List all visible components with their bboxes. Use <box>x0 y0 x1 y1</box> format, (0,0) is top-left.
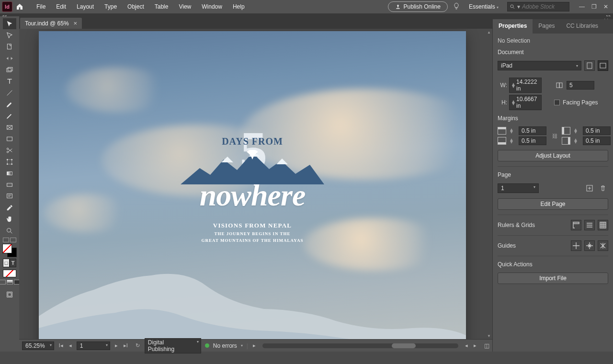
margin-right-input[interactable]: 0.5 in <box>583 136 611 145</box>
document-tab[interactable]: Tour.indd @ 65% × <box>20 18 82 29</box>
height-input[interactable]: ▴▾10.6667 in <box>509 95 542 110</box>
margin-bottom-input[interactable]: 0.5 in <box>519 136 546 145</box>
eyedropper-tool[interactable] <box>3 202 16 213</box>
close-icon[interactable]: ✕ <box>603 3 608 10</box>
menu-view[interactable]: View <box>174 1 196 12</box>
preflight-status-label[interactable]: No errors <box>213 342 237 349</box>
publish-online-button[interactable]: Publish Online <box>388 1 448 12</box>
link-margins-icon[interactable]: ⛓ <box>552 133 559 139</box>
document-page[interactable]: 5 DAYS FROM nowhere VISIONS FROM NEPAL T… <box>39 31 466 339</box>
prev-spread-icon[interactable]: ◂ <box>68 342 73 349</box>
page-tool[interactable] <box>3 41 16 52</box>
rulers-toggle-icon[interactable] <box>571 220 581 230</box>
menu-object[interactable]: Object <box>123 1 149 12</box>
last-spread-icon[interactable]: ▸I <box>123 342 129 349</box>
margin-right-spinner[interactable]: ▴▾ <box>574 138 579 143</box>
home-icon[interactable] <box>14 1 25 12</box>
fill-stroke-swatches[interactable] <box>2 244 17 257</box>
open-navigator-icon[interactable]: ↻ <box>135 342 141 349</box>
horizontal-scrollbar[interactable] <box>262 343 458 348</box>
page-select-dropdown[interactable]: 1▾ <box>498 183 539 193</box>
note-tool[interactable] <box>3 191 16 202</box>
import-file-button[interactable]: Import File <box>498 273 608 284</box>
gap-tool[interactable] <box>3 53 16 64</box>
intent-field[interactable]: Digital Publishing <box>145 338 201 353</box>
apply-color-icon[interactable] <box>0 280 6 284</box>
tab-properties[interactable]: Properties <box>493 19 533 34</box>
vertical-scrollbar[interactable]: ▲ ▼ <box>486 29 492 339</box>
adjust-layout-button[interactable]: Adjust Layout <box>498 150 608 161</box>
split-view-icon[interactable]: ◫ <box>484 342 489 349</box>
canvas[interactable]: 5 DAYS FROM nowhere VISIONS FROM NEPAL T… <box>19 29 486 339</box>
rectangle-tool[interactable] <box>3 133 16 144</box>
scissors-tool[interactable] <box>3 145 16 156</box>
next-spread-icon[interactable]: ▸ <box>114 342 119 349</box>
minimize-icon[interactable]: — <box>579 3 585 10</box>
formatting-container-icon[interactable]: □ <box>3 259 10 267</box>
hand-tool[interactable] <box>3 214 16 225</box>
menu-file[interactable]: File <box>32 1 50 12</box>
orientation-landscape-icon[interactable] <box>598 60 608 71</box>
margin-top-spinner[interactable]: ▴▾ <box>510 128 515 133</box>
line-tool[interactable] <box>3 87 16 98</box>
show-guides-icon[interactable] <box>571 240 581 251</box>
zoom-level-field[interactable]: 65.25% <box>22 341 54 350</box>
workspace-switcher[interactable]: Essentials ▾ <box>465 2 502 11</box>
margin-bottom-spinner[interactable]: ▴▾ <box>510 138 515 143</box>
menu-window[interactable]: Window <box>197 1 227 12</box>
selection-tool[interactable] <box>3 18 16 29</box>
page-number-field[interactable]: 1 <box>77 341 110 350</box>
baseline-grid-icon[interactable] <box>584 220 595 230</box>
type-tool[interactable] <box>3 76 16 87</box>
new-page-icon[interactable] <box>584 183 595 193</box>
formatting-text-icon[interactable]: T <box>10 259 16 267</box>
margin-top-input[interactable]: 0.5 in <box>519 126 546 135</box>
pen-tool[interactable] <box>3 99 16 110</box>
margin-left-spinner[interactable]: ▴▾ <box>574 128 579 133</box>
close-tab-icon[interactable]: × <box>74 20 78 27</box>
direct-selection-tool[interactable] <box>3 30 16 41</box>
free-transform-tool[interactable] <box>3 156 16 167</box>
zoom-tool[interactable] <box>3 225 16 236</box>
tab-pages[interactable]: Pages <box>533 19 560 34</box>
fill-swatch[interactable] <box>2 244 12 253</box>
rectangle-frame-tool[interactable] <box>3 122 16 133</box>
scroll-left-icon[interactable]: ◂ <box>464 342 469 349</box>
default-colors-icon[interactable] <box>10 238 16 242</box>
document-grid-icon[interactable] <box>598 220 608 230</box>
view-mode-tool[interactable] <box>3 289 16 300</box>
pencil-tool[interactable] <box>3 110 16 121</box>
apply-gradient-icon[interactable] <box>7 280 13 284</box>
delete-page-icon[interactable] <box>598 183 608 193</box>
margin-left-input[interactable]: 0.5 in <box>583 126 611 135</box>
status-flyout-icon[interactable]: ▸ <box>252 342 257 349</box>
gradient-swatch-tool[interactable] <box>3 168 16 179</box>
maximize-icon[interactable]: ❐ <box>591 3 597 10</box>
snap-guides-icon[interactable] <box>584 240 595 251</box>
menu-layout[interactable]: Layout <box>72 1 99 12</box>
pages-count-input[interactable]: 5 <box>567 81 594 90</box>
learn-icon[interactable] <box>453 2 460 11</box>
first-spread-icon[interactable]: I◂ <box>58 342 64 349</box>
apply-none-icon[interactable] <box>3 270 16 277</box>
stock-search[interactable]: ▾ <box>507 2 569 11</box>
scroll-up-icon[interactable]: ▲ <box>486 29 492 35</box>
orientation-portrait-icon[interactable] <box>584 60 595 71</box>
width-input[interactable]: ▴▾14.2222 in <box>509 78 542 93</box>
scroll-down-icon[interactable]: ▼ <box>486 332 492 339</box>
smart-guides-icon[interactable] <box>598 240 608 251</box>
stock-search-input[interactable] <box>522 3 566 10</box>
menu-type[interactable]: Type <box>100 1 122 12</box>
tab-cc-libraries[interactable]: CC Libraries <box>560 19 604 34</box>
content-collector-tool[interactable] <box>3 64 16 75</box>
menu-table[interactable]: Table <box>150 1 173 12</box>
gradient-feather-tool[interactable] <box>3 179 16 190</box>
preflight-menu-icon[interactable]: ▾ <box>241 343 243 348</box>
facing-pages-checkbox[interactable] <box>554 100 560 105</box>
swap-colors-icon[interactable] <box>3 238 9 242</box>
scroll-right-icon[interactable]: ▸ <box>473 342 477 349</box>
menu-edit[interactable]: Edit <box>51 1 71 12</box>
page-preset-dropdown[interactable]: iPad▾ <box>498 61 581 70</box>
menu-help[interactable]: Help <box>228 1 250 12</box>
edit-page-button[interactable]: Edit Page <box>498 198 608 210</box>
